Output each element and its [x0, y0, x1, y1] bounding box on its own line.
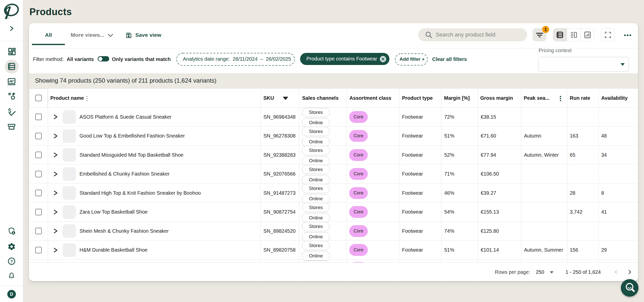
- svg-text:?: ?: [10, 259, 13, 264]
